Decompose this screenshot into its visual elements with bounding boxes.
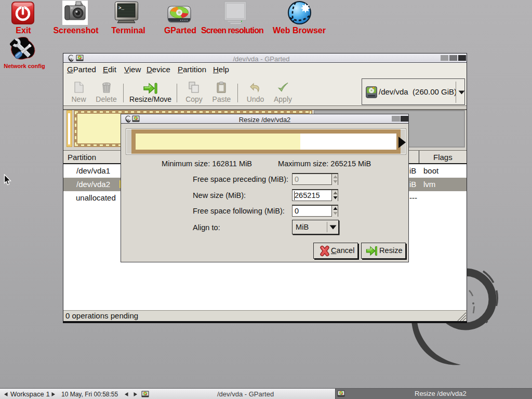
svg-text:>_: >_ xyxy=(118,6,124,11)
